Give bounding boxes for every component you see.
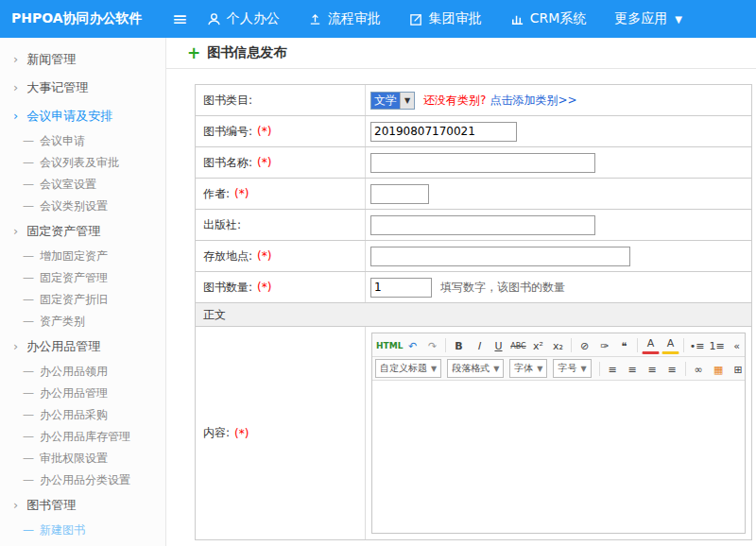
sidebar-subitem-approval-permission[interactable]: —审批权限设置 [0,448,165,469]
align-justify-icon[interactable]: ≡ [663,360,681,378]
book-name-input[interactable] [370,153,595,173]
blockquote-button[interactable]: ❝ [615,336,633,354]
location-input[interactable] [370,247,630,266]
required-marker: (*) [257,249,271,263]
nav-group-approval[interactable]: 集团审批 [409,10,482,27]
font-family-select[interactable]: 字体 ▼ [509,359,547,378]
align-center-icon[interactable]: ≡ [624,360,642,378]
italic-button[interactable]: I [470,336,488,354]
sidebar-subitem-meeting-room[interactable]: —会议室设置 [0,174,165,196]
author-input[interactable] [370,184,429,204]
sidebar-subitem-add-asset[interactable]: —增加固定资产 [0,246,165,267]
category-label: 图书类目: [196,85,366,115]
align-left-icon[interactable]: ≡ [604,360,622,378]
body-section-header: 正文 [196,303,751,327]
format-brush-button[interactable]: ✑ [595,336,613,354]
nav-personal-office[interactable]: 个人办公 [207,10,280,27]
sidebar-item-label: 新闻管理 [26,52,76,66]
dash-icon: — [23,386,34,400]
highlight-color-button[interactable]: A [662,336,679,354]
bullet-list-button[interactable]: •≡ [688,336,706,354]
ordered-list-button[interactable]: 1≡ [708,336,726,354]
flow-icon [308,12,322,26]
sidebar-subitem-supplies-stock[interactable]: —办公用品库存管理 [0,426,165,448]
sidebar-item-news[interactable]: ›新闻管理 [0,45,165,74]
table-icon[interactable]: ⊞ [730,360,745,378]
sidebar-item-office-supplies[interactable]: ›办公用品管理 [0,333,165,361]
custom-title-select[interactable]: 自定义标题 ▼ [375,359,441,378]
image-icon[interactable]: ▦ [710,360,728,378]
remove-format-button[interactable]: ⊘ [576,336,593,354]
sidebar-subitem-supplies-manage[interactable]: —办公用品管理 [0,383,165,404]
sidebar-item-meeting[interactable]: ›会议申请及安排 [0,102,165,130]
form-row-book-no: 图书编号:(*) [196,116,751,147]
html-source-button[interactable]: HTML [375,336,402,354]
font-color-button[interactable]: A [642,336,660,354]
sidebar-item-fixed-assets[interactable]: ›固定资产管理 [0,217,165,246]
sidebar-item-label: 会议申请及安排 [26,109,112,123]
nav-crm-system[interactable]: CRM系统 [510,10,587,27]
chevron-right-icon: › [13,224,18,238]
sidebar-subitem-label: 办公用品领用 [40,365,108,378]
sidebar-subitem-label: 固定资产管理 [40,271,108,284]
dash-icon: — [23,408,34,421]
font-size-select[interactable]: 字号 ▼ [553,359,591,378]
outdent-button[interactable]: « [728,336,745,354]
sidebar-subitem-label: 会议类别设置 [40,199,108,213]
category-select[interactable]: 文学 ▼ [370,92,415,110]
sidebar-subitem-meeting-apply[interactable]: —会议申请 [0,130,165,152]
sidebar-item-memorabilia[interactable]: ›大事记管理 [0,74,165,102]
required-marker: (*) [234,187,249,200]
subscript-button[interactable]: x₂ [549,336,567,354]
bar-chart-icon [510,12,524,26]
dash-icon: — [23,315,34,328]
toolbar-separator [571,338,572,352]
publisher-input[interactable] [370,215,595,235]
book-no-input[interactable] [370,122,517,142]
sidebar-subitem-label: 办公用品库存管理 [40,430,130,443]
sidebar-subitem-meeting-category[interactable]: —会议类别设置 [0,196,165,217]
sidebar-subitem-book-manage[interactable]: —图书管理 [0,541,165,546]
menu-icon[interactable]: ≡ [172,9,188,28]
add-category-link[interactable]: 点击添加类别>> [490,93,576,109]
sidebar-subitem-label: 办公用品采购 [40,408,108,421]
align-right-icon[interactable]: ≡ [644,360,662,378]
dash-icon: — [23,430,34,443]
select-label: 自定义标题 [380,362,427,375]
nav-more-apps[interactable]: 更多应用 ▼ [614,10,682,27]
author-label: 作者:(*) [196,179,366,209]
redo-icon[interactable]: ↷ [423,336,441,354]
sidebar-subitem-supplies-purchase[interactable]: —办公用品采购 [0,404,165,426]
sidebar-subitem-supplies-claim[interactable]: —办公用品领用 [0,361,165,383]
underline-button[interactable]: U [490,336,507,354]
toolbar-separator [637,338,638,352]
page-title-row: + 图书信息发布 [166,38,756,69]
chevron-down-icon: ▼ [400,93,414,109]
sidebar-subitem-label: 会议列表及审批 [40,156,119,169]
undo-icon[interactable]: ↶ [404,336,421,354]
paragraph-format-select[interactable]: 段落格式 ▼ [447,359,504,378]
quantity-input[interactable] [370,278,432,298]
sidebar-subitem-new-book[interactable]: —新建图书 [0,520,165,541]
sidebar-subitem-asset-manage[interactable]: —固定资产管理 [0,267,165,289]
dash-icon: — [23,249,34,263]
editor-toolbar-row1: HTML ↶ ↷ B I U ABC x² x₂ ⊘ ✑ [372,333,745,357]
book-name-label: 图书名称:(*) [196,147,366,178]
sidebar-item-books[interactable]: ›图书管理 [0,491,165,520]
sidebar-subitem-meeting-list[interactable]: —会议列表及审批 [0,152,165,174]
sidebar-subitem-label: 办公用品分类设置 [40,473,130,486]
form-row-book-name: 图书名称:(*) [196,147,751,179]
person-icon [207,12,221,26]
bold-button[interactable]: B [450,336,468,354]
sidebar-subitem-asset-depreciation[interactable]: —固定资产折旧 [0,289,165,311]
nav-process-approval[interactable]: 流程审批 [308,10,381,27]
sidebar-subitem-asset-category[interactable]: —资产类别 [0,311,165,333]
plus-icon: + [187,43,200,62]
chevron-right-icon: › [13,109,18,123]
editor-content-area[interactable] [372,381,745,533]
main-content: + 图书信息发布 图书类目: 文学 ▼ 还没有类别? 点击添加类别>> [166,38,756,546]
superscript-button[interactable]: x² [529,336,547,354]
sidebar-subitem-supplies-category[interactable]: —办公用品分类设置 [0,469,165,491]
strikethrough-button[interactable]: ABC [509,336,527,354]
link-icon[interactable]: ∞ [690,360,708,378]
